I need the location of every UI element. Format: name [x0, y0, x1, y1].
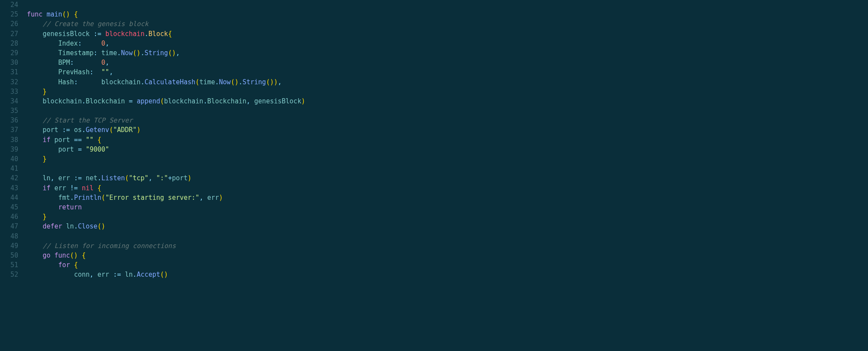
- code-line[interactable]: fmt.Println("Error starting server:", er…: [27, 193, 868, 202]
- token-punct: .: [215, 78, 219, 86]
- token-str: "9000": [85, 146, 109, 153]
- code-line[interactable]: Timestamp: time.Now().String(),: [27, 48, 868, 58]
- token-white: [94, 271, 98, 278]
- code-area[interactable]: func main() { // Create the genesis bloc…: [27, 0, 868, 351]
- code-line[interactable]: // Start the TCP Server: [27, 116, 868, 125]
- line-number: 34: [0, 96, 18, 106]
- line-number: 47: [0, 222, 18, 231]
- token-white: [27, 20, 43, 28]
- token-punct: ,: [109, 68, 113, 76]
- code-line[interactable]: // Create the genesis block: [27, 19, 868, 29]
- token-num: 0: [102, 59, 105, 66]
- code-line[interactable]: }: [27, 87, 868, 96]
- token-fn: append: [137, 97, 160, 105]
- code-line[interactable]: [27, 106, 868, 116]
- code-line[interactable]: Hash: blockchain.CalculateHash(time.Now(…: [27, 77, 868, 87]
- code-line[interactable]: conn, err := ln.Accept(): [27, 270, 868, 279]
- code-line[interactable]: go func() {: [27, 251, 868, 260]
- token-ident: port: [58, 146, 74, 153]
- token-ident: genesisBlock: [254, 97, 301, 105]
- line-number-gutter: 2425262728293031323334353637383940414243…: [0, 0, 27, 351]
- code-line[interactable]: ln, err := net.Listen("tcp", ":"+port): [27, 173, 868, 183]
- token-ident: ln: [43, 174, 50, 182]
- token-white: [43, 10, 46, 18]
- token-str: "ADDR": [113, 126, 137, 134]
- code-line[interactable]: port := os.Getenv("ADDR"): [27, 125, 868, 135]
- token-brace: }: [43, 155, 46, 163]
- token-brace: }: [43, 213, 46, 221]
- token-brace: }: [43, 88, 46, 96]
- token-ident: time: [102, 49, 117, 57]
- token-white: [74, 59, 101, 66]
- code-line[interactable]: [27, 232, 868, 241]
- code-line[interactable]: [27, 0, 868, 10]
- code-line[interactable]: if err != nil {: [27, 183, 868, 193]
- token-brace: (: [102, 194, 105, 202]
- token-white: [27, 49, 58, 57]
- token-kw: func: [27, 10, 43, 18]
- line-number: 29: [0, 48, 18, 58]
- token-white: [27, 40, 58, 47]
- token-num: 0: [102, 40, 105, 47]
- token-white: [58, 126, 62, 134]
- token-str: "": [102, 68, 109, 76]
- token-punct: ,: [247, 97, 250, 105]
- token-white: [94, 136, 98, 144]
- token-type: Block: [148, 30, 168, 38]
- token-punct: ==: [74, 136, 82, 144]
- code-line[interactable]: if port == "" {: [27, 135, 868, 145]
- code-line[interactable]: port = "9000": [27, 145, 868, 154]
- code-line[interactable]: PrevHash: "",: [27, 67, 868, 77]
- code-line[interactable]: Index: 0,: [27, 39, 868, 48]
- token-brace: (): [133, 49, 141, 57]
- line-number: 25: [0, 10, 18, 19]
- token-white: [78, 78, 101, 86]
- line-number: 33: [0, 87, 18, 96]
- token-white: [54, 174, 58, 182]
- token-ident: port: [54, 136, 70, 144]
- token-white: [27, 155, 43, 163]
- token-ident: fmt: [58, 194, 70, 202]
- code-editor[interactable]: 2425262728293031323334353637383940414243…: [0, 0, 868, 351]
- token-punct: +: [168, 174, 172, 182]
- code-line[interactable]: defer ln.Close(): [27, 222, 868, 231]
- line-number: 36: [0, 116, 18, 125]
- code-line[interactable]: BPM: 0,: [27, 58, 868, 67]
- line-number: 35: [0, 106, 18, 116]
- token-white: [250, 97, 254, 105]
- token-white: [27, 194, 58, 202]
- token-fn: String: [243, 78, 266, 86]
- line-number: 43: [0, 183, 18, 193]
- token-white: [94, 68, 102, 76]
- token-punct: .: [145, 30, 148, 38]
- code-line[interactable]: }: [27, 154, 868, 164]
- code-line[interactable]: func main() {: [27, 10, 868, 19]
- token-fn: Accept: [137, 271, 160, 278]
- token-punct: .: [141, 49, 145, 57]
- line-number: 30: [0, 58, 18, 67]
- token-ident: ln: [66, 222, 74, 230]
- token-fn: Now: [121, 49, 133, 57]
- code-line[interactable]: genesisBlock := blockchain.Block{: [27, 29, 868, 39]
- token-fn: CalculateHash: [145, 78, 195, 86]
- code-line[interactable]: for {: [27, 260, 868, 270]
- token-white: [27, 68, 58, 76]
- code-line[interactable]: // Listen for incoming connections: [27, 241, 868, 251]
- code-line[interactable]: return: [27, 202, 868, 212]
- token-kw: return: [58, 203, 82, 211]
- token-cmt: // Listen for incoming connections: [43, 242, 176, 250]
- token-kw: func: [54, 252, 70, 259]
- token-brace: (): [160, 271, 168, 278]
- token-ident: time: [199, 78, 215, 86]
- token-ident: port: [43, 126, 58, 134]
- token-brace: (): [168, 49, 176, 57]
- token-white: [27, 222, 43, 230]
- code-line[interactable]: [27, 164, 868, 173]
- token-field: Blockchain: [207, 97, 246, 105]
- token-str: "tcp": [129, 174, 148, 182]
- code-line[interactable]: blockchain.Blockchain = append(blockchai…: [27, 96, 868, 106]
- token-punct: :: [94, 49, 98, 57]
- token-white: [133, 97, 137, 105]
- code-line[interactable]: }: [27, 212, 868, 222]
- token-punct: ,: [105, 59, 109, 66]
